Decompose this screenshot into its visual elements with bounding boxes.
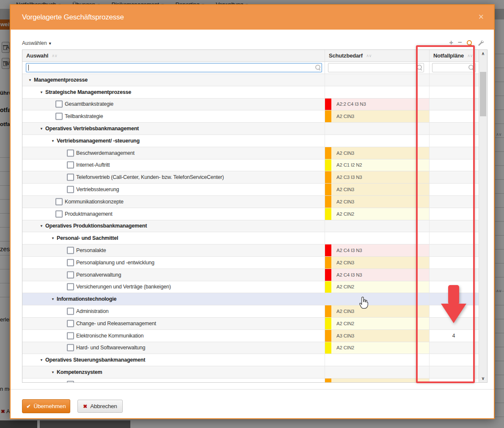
expand-arrow-icon[interactable]: ▼ [40, 127, 43, 131]
row-checkbox[interactable] [55, 101, 63, 108]
auswahl-cell: ▼Vertriebsmanagement/ -steuerung [22, 135, 325, 147]
schutzbedarf-cell [325, 366, 429, 378]
search-icon[interactable] [467, 40, 472, 46]
auswahl-cell: ▼Personal- und Sachmittel [22, 232, 325, 244]
expand-arrow-icon[interactable]: ▼ [40, 224, 43, 228]
row-checkbox[interactable] [67, 283, 74, 291]
severity-color-bar [325, 99, 331, 110]
group-label: Managementprozesse [34, 77, 88, 83]
process-label: Vertriebssteuerung [76, 187, 119, 192]
schutzbedarf-value: A2 CIN2 [336, 321, 354, 326]
process-label: Personalplanung und -entwicklung [76, 260, 154, 266]
expand-arrow-icon[interactable]: ▼ [51, 236, 55, 240]
schutzbedarf-cell: A2 C1 I2 N2 [325, 159, 429, 171]
vertical-scrollbar[interactable]: ∧ ∨ [479, 50, 487, 382]
schutzbedarf-value: A2 CIN3 [336, 187, 354, 192]
auswahl-cell: Personalakte [22, 244, 325, 256]
select-dropdown[interactable]: Auswählen▼ [22, 40, 52, 46]
scrollbar-thumb[interactable] [480, 72, 486, 116]
schutzbedarf-value: A2 C1 I2 N2 [336, 162, 362, 167]
row-checkbox[interactable] [67, 162, 74, 169]
auswahl-cell: Teilbankstrategie [22, 110, 325, 122]
dialog-title: Vorgelagerte Geschäftsprozesse [22, 5, 124, 30]
row-checkbox[interactable] [67, 320, 74, 327]
schutzbedarf-cell [325, 232, 429, 244]
sort-icon[interactable]: ∧∨ [366, 53, 372, 58]
auswahl-cell: Internet-Auftritt [22, 159, 325, 171]
schutzbedarf-value: A2 CIN3 [336, 151, 354, 156]
row-checkbox[interactable] [67, 174, 74, 181]
screen: Notfallhandbuch▼Übungen▼Risikomanagement… [0, 0, 504, 428]
auswahl-cell: ▼Informationstechnologie [22, 293, 325, 305]
schutzbedarf-cell [325, 293, 429, 305]
row-checkbox[interactable] [67, 344, 74, 351]
scroll-down-icon[interactable]: ∨ [479, 375, 487, 382]
row-checkbox[interactable] [55, 198, 63, 205]
schutzbedarf-cell: A2 CIN3 [325, 196, 429, 208]
sort-icon[interactable]: ∧∨ [52, 53, 57, 58]
auswahl-cell: ▼Strategische Managementprozesse [22, 86, 325, 98]
cancel-button[interactable]: ✖ Abbrechen [77, 400, 123, 413]
process-label: Change- und Releasemanagement [76, 321, 156, 326]
auswahl-cell: ▼Operatives Produktionsbankmanagement [22, 220, 325, 232]
schutzbedarf-cell: A2 CIN3 [325, 184, 429, 195]
wrench-icon[interactable] [477, 39, 484, 46]
auswahl-cell: Gesamtbankstrategie [22, 99, 325, 110]
dialog-header: Vorgelagerte Geschäftsprozesse × [11, 5, 494, 30]
expand-arrow-icon[interactable]: ▼ [51, 370, 55, 374]
row-checkbox[interactable] [67, 259, 74, 266]
schutzbedarf-cell: A2 CIN2 [325, 208, 429, 220]
scroll-up-icon[interactable]: ∧ [479, 50, 487, 57]
text-cursor [28, 65, 29, 71]
auswahl-cell: Produktmanagement [22, 208, 325, 220]
process-label: Personalakte [76, 247, 106, 253]
severity-color-bar [325, 196, 331, 208]
group-label: Personal- und Sachmittel [57, 235, 118, 241]
severity-color-bar [325, 342, 331, 354]
group-label: Kompetenzsystem [57, 369, 102, 375]
group-label: Vertriebsmanagement/ -steuerung [57, 138, 140, 144]
expand-arrow-icon[interactable]: ▼ [28, 78, 32, 82]
severity-color-bar [325, 159, 331, 171]
apply-button-label: Übernehmen [33, 403, 66, 409]
schutzbedarf-cell [325, 135, 429, 147]
column-header-schutzbedarf[interactable]: Schutzbedarf∧∨ [325, 50, 429, 61]
column-header-auswahl[interactable]: Auswahl∧∨ [22, 50, 325, 61]
schutzbedarf-value: A2 CIN2 [336, 345, 354, 350]
schutzbedarf-value: A2 CIN2 [336, 284, 354, 289]
severity-color-bar [325, 147, 331, 159]
expand-arrow-icon[interactable]: ▼ [40, 358, 43, 362]
group-label: Informationstechnologie [57, 296, 116, 302]
row-checkbox[interactable] [67, 247, 74, 254]
auswahl-cell: Telefonvertrieb (Call-Center, Kunden- bz… [22, 171, 325, 183]
expand-arrow-icon[interactable]: ▼ [51, 297, 55, 301]
auswahl-cell: Hard- und Softwareverwaltung [22, 342, 325, 354]
hand-cursor-icon [358, 296, 369, 310]
row-checkbox[interactable] [55, 210, 63, 217]
row-checkbox[interactable] [67, 271, 74, 278]
row-checkbox[interactable] [67, 149, 74, 156]
process-label: Elektronische Kommunikation [76, 333, 143, 339]
auswahl-cell: ▼Operatives Vertriebsbankmanagement [22, 123, 325, 134]
row-checkbox[interactable] [67, 381, 74, 382]
filter-input-schutzbedarf[interactable] [328, 63, 424, 72]
apply-button[interactable]: ✔ Übernehmen [22, 399, 70, 413]
row-checkbox[interactable] [55, 113, 63, 120]
expand-arrow-icon[interactable]: ▼ [40, 90, 43, 94]
row-checkbox[interactable] [67, 308, 74, 315]
schutzbedarf-value: A2 CIN3 [336, 114, 354, 119]
auswahl-cell: Personalplanung und -entwicklung [22, 257, 325, 269]
expand-arrow-icon[interactable]: ▼ [51, 139, 55, 143]
severity-color-bar [325, 257, 331, 269]
schutzbedarf-cell: A2 CIN3 [325, 379, 429, 382]
close-icon[interactable]: × [476, 12, 486, 22]
auswahl-cell: Elektronische Kommunikation [22, 330, 325, 342]
row-checkbox[interactable] [67, 186, 74, 193]
filter-input-auswahl[interactable] [26, 63, 322, 72]
process-label: Berechtigungs- und Kompetenzregelung [76, 381, 168, 382]
schutzbedarf-value: A2 CIN3 [336, 382, 354, 382]
annotation-highlight-rectangle [416, 45, 475, 383]
select-dropdown-label: Auswählen [22, 40, 47, 46]
auswahl-cell: ▼Managementprozesse [22, 74, 325, 86]
row-checkbox[interactable] [67, 332, 74, 339]
